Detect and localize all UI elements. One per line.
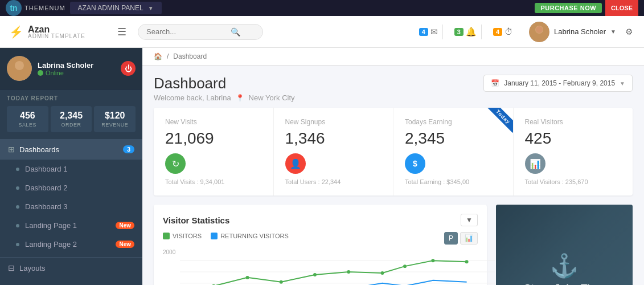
brand-subtitle: ADMIN TEMPLATE bbox=[28, 33, 85, 39]
svg-point-15 bbox=[403, 264, 407, 268]
dashboard-title-area: Dashboard Welcome back, Labrina 📍 New Yo… bbox=[154, 75, 295, 102]
menu-toggle-button[interactable]: ☰ bbox=[115, 23, 129, 40]
stat-footer-signups: Total Users : 22,344 bbox=[285, 178, 382, 185]
user-name-nav: Labrina Scholer bbox=[554, 27, 606, 36]
sidebar-item-text: Dashboard 2 bbox=[25, 184, 134, 192]
sidebar-item-text: Landing Page 1 bbox=[25, 221, 116, 230]
search-input[interactable] bbox=[146, 27, 226, 36]
chart-area: 2000 bbox=[163, 249, 478, 285]
breadcrumb-separator: / bbox=[167, 52, 169, 60]
svg-point-10 bbox=[246, 276, 249, 279]
breadcrumb: 🏠 / Dashboard bbox=[142, 48, 644, 66]
chart-btn-bar[interactable]: 📊 bbox=[460, 232, 478, 245]
stat-value-signups: 1,346 bbox=[285, 129, 382, 148]
sidebar-section-title: Dashboards bbox=[19, 145, 123, 154]
timer-badge-count: 4 bbox=[493, 28, 502, 36]
chart-svg bbox=[180, 249, 495, 285]
date-range-text: January 11, 2015 - February 9, 2015 bbox=[504, 79, 615, 87]
calendar-icon: 📅 bbox=[491, 79, 499, 87]
dashboard-header: Dashboard Welcome back, Labrina 📍 New Yo… bbox=[142, 66, 644, 108]
chart-legend: VISITORS RETURNING VISITORS bbox=[163, 233, 289, 239]
date-picker-arrow: ▼ bbox=[620, 80, 625, 87]
dashboard-location: New York City bbox=[249, 93, 295, 102]
stat-footer-visits: Total Visits : 9,34,001 bbox=[165, 178, 262, 185]
anchor-icon: ⚓ bbox=[505, 253, 624, 279]
chart-y-axis: 2000 bbox=[163, 249, 175, 255]
promo-card: ⚓ Steve Jobs Time bbox=[496, 205, 633, 285]
stat-value-real: 425 bbox=[525, 129, 622, 148]
email-icon[interactable]: ✉ bbox=[430, 27, 438, 37]
revenue-label: REVENUE bbox=[96, 122, 133, 128]
topbar-logo: tn THEMENUM bbox=[6, 0, 65, 16]
topbar: tn THEMENUM AZAN ADMIN PANEL ▼ PURCHASE … bbox=[0, 0, 644, 16]
settings-button[interactable]: ⚙ bbox=[623, 25, 635, 39]
brand-name: Azan bbox=[28, 25, 50, 34]
svg-point-4 bbox=[15, 61, 24, 70]
order-num: 2,345 bbox=[53, 111, 90, 121]
today-report-label: TODAY REPORT bbox=[7, 95, 136, 101]
sidebar-item-dashboard2[interactable]: Dashboard 2 bbox=[0, 178, 142, 197]
layouts-icon: ⊟ bbox=[8, 263, 15, 272]
sidebar-layouts-item[interactable]: ⊟ Layouts bbox=[0, 257, 142, 278]
chart-legend-row: VISITORS RETURNING VISITORS P 📊 bbox=[163, 232, 478, 245]
sidebar-item-text: Dashboard 3 bbox=[25, 202, 134, 211]
svg-point-12 bbox=[313, 273, 317, 276]
stat-card-new-visits: New Visits 21,069 ↻ Total Visits : 9,34,… bbox=[154, 108, 274, 196]
sidebar-section-dashboards: ⊞ Dashboards 3 Dashboard 1 Dashboard 2 D… bbox=[0, 136, 142, 257]
sidebar-item-dashboard1[interactable]: Dashboard 1 bbox=[0, 160, 142, 178]
topbar-title: AZAN ADMIN PANEL ▼ bbox=[70, 2, 162, 14]
content-area: 🏠 / Dashboard Dashboard Welcome back, La… bbox=[142, 48, 644, 285]
sidebar-item-text: Landing Page 2 bbox=[25, 240, 116, 249]
legend-label-returning: RETURNING VISITORS bbox=[220, 233, 289, 239]
svg-point-11 bbox=[280, 280, 283, 284]
stat-label-real: Real Visitors bbox=[525, 118, 622, 126]
sidebar-user: Labrina Scholer Online ⏻ bbox=[0, 48, 142, 89]
sidebar-user-info: Labrina Scholer Online bbox=[38, 61, 93, 76]
dashboard-subtitle-text: Welcome back, Labrina bbox=[154, 93, 231, 102]
dashboards-badge: 3 bbox=[123, 145, 134, 153]
svg-point-14 bbox=[381, 271, 384, 275]
visits-icon: ↻ bbox=[165, 153, 186, 174]
dashboard-subtitle: Welcome back, Labrina 📍 New York City bbox=[154, 93, 295, 102]
sidebar-item-landing2[interactable]: Landing Page 2 New bbox=[0, 235, 142, 254]
sidebar-item-text: Dashboard 1 bbox=[25, 165, 134, 173]
sidebar-item-dashboard3[interactable]: Dashboard 3 bbox=[0, 197, 142, 216]
sidebar: Labrina Scholer Online ⏻ TODAY REPORT 45… bbox=[0, 48, 142, 285]
purchase-button[interactable]: PURCHASE NOW bbox=[535, 3, 602, 13]
chart-title-plain: Visitor bbox=[163, 215, 189, 225]
badge-group-email: 4 ✉ bbox=[415, 25, 443, 39]
sidebar-username: Labrina Scholer bbox=[38, 61, 93, 70]
sales-num: 456 bbox=[9, 111, 46, 121]
promo-text: Steve Jobs Time bbox=[505, 283, 624, 285]
breadcrumb-home-icon[interactable]: 🏠 bbox=[154, 52, 162, 60]
sidebar-dot bbox=[16, 168, 19, 171]
chart-dropdown-button[interactable]: ▼ bbox=[461, 214, 478, 226]
sales-label: SALES bbox=[9, 122, 46, 128]
revenue-num: $120 bbox=[96, 111, 133, 121]
close-button[interactable]: CLOSE bbox=[605, 0, 638, 16]
nav-badges: 4 ✉ 3 🔔 4 ⏱ Labrina Scholer ▼ ⚙ bbox=[415, 22, 635, 42]
legend-color-visitors bbox=[163, 233, 170, 239]
sidebar-section-header-dashboards[interactable]: ⊞ Dashboards 3 bbox=[0, 139, 142, 160]
timer-icon[interactable]: ⏱ bbox=[504, 27, 513, 36]
brand-info: Azan ADMIN TEMPLATE bbox=[28, 25, 85, 39]
sidebar-dot bbox=[16, 186, 19, 190]
sidebar-item-landing1[interactable]: Landing Page 1 New bbox=[0, 216, 142, 235]
legend-label-visitors: VISITORS bbox=[173, 233, 202, 239]
chart-title: Visitor Statistics bbox=[163, 215, 229, 225]
chart-btn-line[interactable]: P bbox=[444, 232, 458, 245]
promo-content: ⚓ Steve Jobs Time bbox=[496, 243, 633, 285]
power-button[interactable]: ⏻ bbox=[121, 61, 136, 76]
search-box: 🔍 bbox=[138, 24, 263, 40]
location-pin-icon: 📍 bbox=[236, 94, 244, 102]
topbar-dropdown-arrow[interactable]: ▼ bbox=[148, 5, 154, 11]
search-icon: 🔍 bbox=[231, 27, 240, 36]
badge-group-notifications: 3 🔔 bbox=[450, 25, 482, 39]
sidebar-dot bbox=[16, 224, 19, 227]
date-range-picker[interactable]: 📅 January 11, 2015 - February 9, 2015 ▼ bbox=[483, 75, 633, 92]
svg-point-17 bbox=[465, 260, 469, 263]
brand-name: THEMENUM bbox=[24, 5, 65, 11]
bell-icon[interactable]: 🔔 bbox=[466, 27, 477, 37]
user-dropdown-arrow[interactable]: ▼ bbox=[610, 28, 616, 35]
report-stats: 456 SALES 2,345 ORDER $120 REVENUE bbox=[7, 106, 136, 132]
